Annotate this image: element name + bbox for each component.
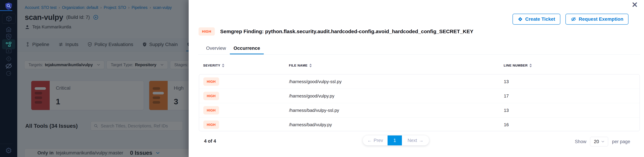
sort-severity-header[interactable]: SEVERITY: [203, 64, 224, 67]
tab-occurrence[interactable]: Occurrence: [230, 43, 264, 54]
page-size-select[interactable]: 20: [590, 137, 608, 146]
sort-file-name-header[interactable]: FILE NAME: [289, 64, 312, 67]
chevron-down-icon: [601, 140, 604, 143]
prev-page-button[interactable]: ← Prev: [363, 135, 388, 145]
enforcement-icon: [6, 70, 12, 77]
file-name-cell: /harness/bad/vulpy-ssl.py: [289, 108, 339, 113]
table-row[interactable]: HIGH /harness/good/vulpy-ssl.py 13: [199, 74, 640, 89]
severity-badge: HIGH: [203, 106, 219, 114]
executions-play-icon: [5, 48, 12, 54]
sidebar-item-baseline[interactable]: [0, 62, 17, 70]
target-crosshair-icon: [5, 55, 12, 62]
line-number-cell: 13: [504, 108, 509, 113]
eye-off-icon: [5, 63, 12, 69]
request-exemption-button[interactable]: Request Exemption: [566, 14, 628, 25]
per-page-label: per page: [612, 139, 630, 144]
line-number-cell: 17: [504, 93, 509, 98]
sidebar-item-targets[interactable]: [0, 55, 17, 63]
tab-overview[interactable]: Overview: [202, 43, 230, 54]
create-ticket-button[interactable]: Create Ticket: [512, 14, 560, 25]
active-module-underline: [0, 10, 12, 11]
exemption-eye-off-icon: [570, 17, 576, 22]
line-number-cell: 16: [504, 122, 509, 127]
close-icon[interactable]: ✕: [632, 0, 638, 9]
sort-icon: [222, 64, 224, 67]
severity-badge: HIGH: [203, 77, 219, 86]
sidebar-item-enforcement[interactable]: [0, 70, 17, 77]
file-name-cell: /harness/bad/vulpy.py: [289, 122, 332, 127]
module-cube-icon: [6, 15, 12, 22]
tabs-divider: [198, 54, 640, 55]
severity-badge: HIGH: [203, 120, 219, 129]
severity-badge: HIGH: [198, 27, 215, 36]
sort-icon: [309, 64, 312, 67]
sidebar-item-executions[interactable]: [0, 47, 17, 55]
sort-icon: [530, 64, 532, 67]
ticket-diamond-icon: [518, 17, 523, 22]
home-icon: [5, 26, 12, 33]
sidebar-item-module[interactable]: [2, 14, 16, 24]
pagination-pill: ← Prev 1 Next →: [363, 135, 429, 145]
arrow-right-icon: →: [419, 138, 424, 143]
occurrence-table: HIGH /harness/good/vulpy-ssl.py 13 HIGH …: [199, 74, 640, 131]
table-row[interactable]: HIGH /harness/bad/vulpy-ssl.py 13: [199, 103, 640, 117]
occurrence-table-header: SEVERITY FILE NAME LINE NUMBER: [189, 64, 644, 69]
app-screen: ⚙ Account: STO test › Organization: defa…: [0, 0, 644, 157]
left-nav-sidebar: ⚙: [0, 0, 17, 157]
pagination-summary: 4 of 4: [204, 138, 216, 144]
sto-logo-icon[interactable]: [0, 2, 17, 11]
severity-badge: HIGH: [203, 92, 219, 100]
line-number-cell: 13: [504, 79, 509, 84]
arrow-left-icon: ←: [367, 138, 372, 143]
finding-detail-drawer: ✕ Create Ticket Request Exemption HIGH: [189, 0, 644, 157]
show-label: Show: [575, 139, 586, 144]
settings-gear-icon[interactable]: ⚙: [0, 146, 17, 155]
pipelines-icon: [5, 41, 12, 48]
table-row[interactable]: HIGH /harness/bad/vulpy.py 16: [199, 117, 640, 131]
finding-title: Semgrep Finding: python.flask.security.a…: [220, 29, 474, 34]
shield-search-icon: [5, 33, 12, 40]
sort-line-number-header[interactable]: LINE NUMBER: [504, 64, 532, 67]
file-name-cell: /harness/good/vulpy.py: [289, 93, 334, 98]
sidebar-item-home[interactable]: [0, 26, 17, 33]
file-name-cell: /harness/good/vulpy-ssl.py: [289, 79, 342, 84]
page-number-active[interactable]: 1: [388, 135, 402, 145]
drawer-tabs: Overview Occurrence: [202, 43, 264, 54]
next-page-button[interactable]: Next →: [402, 135, 429, 145]
table-row[interactable]: HIGH /harness/good/vulpy.py 17: [199, 89, 640, 103]
